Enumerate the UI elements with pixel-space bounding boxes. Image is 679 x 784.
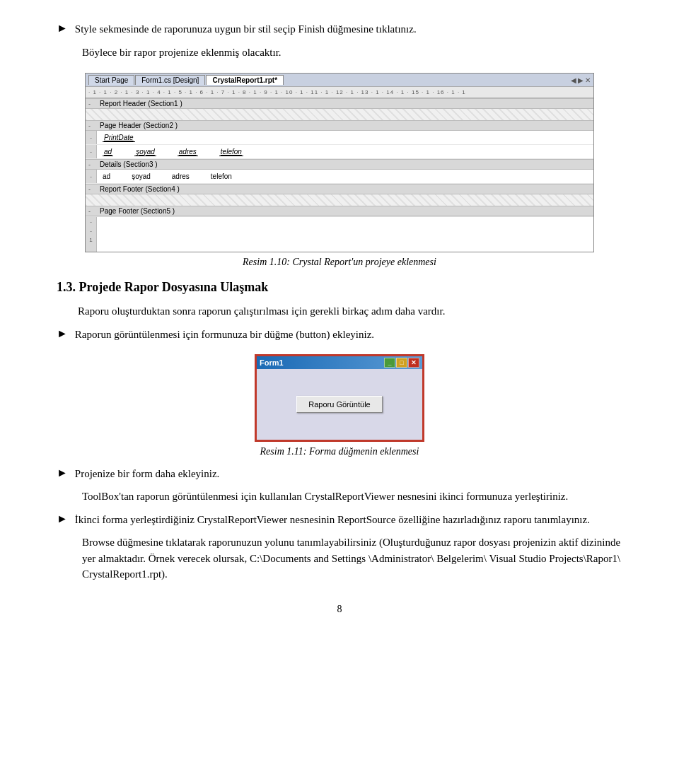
report-footer-content	[86, 194, 593, 206]
printdate-content: PrintDate	[97, 131, 593, 144]
report-header-section: - Report Header (Section1 )	[86, 98, 593, 109]
form-body: Raporu Görüntüle	[257, 369, 422, 440]
ruler: · 1 · 1 · 2 · 1 · 3 · 1 · 4 · 1 · 5 · 1 …	[86, 87, 593, 98]
crystal-tabs-nav: Start Page Form1.cs [Design] CrystalRepo…	[86, 74, 593, 87]
report-body: - Report Header (Section1 ) - Page Heade…	[86, 98, 593, 252]
bullet-text-b4: İkinci forma yerleştirdiğiniz CrystalRep…	[75, 512, 622, 528]
section-title: Projede Rapor Dosyasına Ulaşmak	[79, 280, 269, 294]
detail-fields-content: ad şoyad adres telefon	[97, 170, 593, 183]
section-minus-1: -	[88, 100, 91, 107]
form-minimize-btn[interactable]: _	[384, 358, 395, 368]
section-minus-3: -	[88, 161, 91, 168]
row-side-label-3: -	[86, 170, 97, 183]
details-label: Details (Section3 )	[100, 160, 158, 168]
tab-crystal-report[interactable]: CrystalReport1.rpt*	[206, 75, 284, 85]
bullet-raporun: ► Raporun görüntülenmesi için formunuza …	[57, 327, 622, 343]
intro-text-2: Böylece bir rapor projenize eklenmiş ola…	[82, 45, 622, 61]
printdate-row: - PrintDate	[86, 131, 593, 145]
bullet-arrow-1: ►	[57, 22, 68, 35]
crystal-report-window: Start Page Form1.cs [Design] CrystalRepo…	[85, 73, 594, 252]
header-fields-row: - ad şoyad adres telefon	[86, 145, 593, 159]
intro-text-1: Style sekmesinde de raporunuza uygun bir…	[75, 21, 622, 37]
bullet-projenize: ► Projenize bir form daha ekleyiniz.	[57, 466, 622, 482]
screenshot1-caption: Resim 1.10: Crystal Report'un projeye ek…	[57, 257, 622, 268]
screenshot2-caption: Resim 1.11: Forma düğmenin eklenmesi	[57, 446, 622, 457]
detail-field-ad: ad	[103, 172, 110, 180]
report-footer-label: Report Footer (Section4 )	[100, 185, 180, 193]
detail-field-adres: adres	[172, 172, 190, 180]
form-title: Form1	[260, 358, 284, 367]
section-heading: 1.3. Projede Rapor Dosyasına Ulaşmak	[57, 279, 622, 296]
intro-bullet-1: ► Style sekmesinde de raporunuza uygun b…	[57, 21, 622, 37]
report-header-content	[86, 109, 593, 120]
form-window: Form1 _ □ ✕ Raporu Görüntüle	[255, 354, 424, 442]
header-fields-content: ad şoyad adres telefon	[97, 145, 593, 158]
screenshot2-container: Form1 _ □ ✕ Raporu Görüntüle	[57, 354, 622, 442]
screenshot1-container: Start Page Form1.cs [Design] CrystalRepo…	[57, 73, 622, 252]
bullet-browse: Browse düğmesine tıklatarak raporunuzun …	[57, 534, 622, 583]
ruler-marks: · 1 · 1 · 2 · 1 · 3 · 1 · 4 · 1 · 5 · 1 …	[88, 89, 466, 95]
header-field-telefon: telefon	[219, 148, 243, 156]
bullet-arrow-b4: ►	[57, 513, 68, 525]
page-header-section: - Page Header (Section2 )	[86, 120, 593, 131]
header-field-ad: ad	[103, 148, 113, 156]
bullet-ikinci: ► İkinci forma yerleştirdiğiniz CrystalR…	[57, 512, 622, 528]
page-number: 8	[57, 604, 622, 615]
crystal-tabs: Start Page Form1.cs [Design] CrystalRepo…	[88, 75, 284, 85]
section-minus-5: -	[88, 208, 91, 215]
detail-fields-row: - ad şoyad adres telefon	[86, 170, 593, 184]
details-section: - Details (Section3 )	[86, 159, 593, 170]
bullet-toolbox: ToolBox'tan raporun görüntülenmesi için …	[57, 488, 622, 505]
bullet-text-b5: Browse düğmesine tıklatarak raporunuzun …	[82, 534, 622, 583]
raporu-goruntule-button[interactable]: Raporu Görüntüle	[296, 396, 382, 413]
section-minus-2: -	[88, 122, 91, 129]
bullet-text-b2: Projenize bir form daha ekleyiniz.	[75, 466, 622, 482]
nav-left-arrow[interactable]: ◀	[571, 76, 576, 84]
form-titlebar-buttons: _ □ ✕	[384, 358, 419, 368]
bullet-text-b3: ToolBox'tan raporun görüntülenmesi için …	[82, 488, 622, 505]
page-footer-content: --1	[86, 216, 593, 252]
row-side-label-1: -	[86, 131, 97, 144]
page-header-label: Page Header (Section2 )	[100, 122, 178, 129]
section-number: 1.3.	[57, 280, 76, 294]
report-header-label: Report Header (Section1 )	[100, 100, 182, 107]
bullet-arrow-b2: ►	[57, 467, 68, 479]
detail-field-soyad: şoyad	[132, 172, 151, 180]
header-field-adres: adres	[178, 148, 198, 156]
header-field-soyad: şoyad	[134, 148, 156, 156]
printdate-field: PrintDate	[103, 134, 135, 142]
page-footer-section: - Page Footer (Section5 )	[86, 206, 593, 216]
tab-form1[interactable]: Form1.cs [Design]	[135, 75, 205, 85]
page-footer-label: Page Footer (Section5 )	[100, 207, 175, 215]
nav-arrows: ◀ ▶ ✕	[571, 76, 591, 84]
report-footer-section: - Report Footer (Section4 )	[86, 184, 593, 194]
intro-bullet-2: Böylece bir rapor projenize eklenmiş ola…	[57, 45, 622, 61]
nav-right-arrow[interactable]: ▶	[578, 76, 584, 84]
row-side-label-2: -	[86, 145, 97, 158]
form-titlebar: Form1 _ □ ✕	[257, 356, 422, 369]
bullet-text-b1: Raporun görüntülenmesi için formunuza bi…	[75, 327, 622, 343]
detail-field-telefon: telefon	[211, 172, 232, 180]
section-intro: Raporu oluşturduktan sonra raporun çalış…	[78, 303, 622, 320]
tab-start-page[interactable]: Start Page	[88, 75, 134, 85]
section-minus-4: -	[88, 186, 91, 193]
nav-close[interactable]: ✕	[585, 76, 591, 84]
form-close-btn[interactable]: ✕	[408, 358, 419, 368]
bullet-arrow-b1: ►	[57, 327, 68, 340]
form-maximize-btn[interactable]: □	[396, 358, 407, 368]
